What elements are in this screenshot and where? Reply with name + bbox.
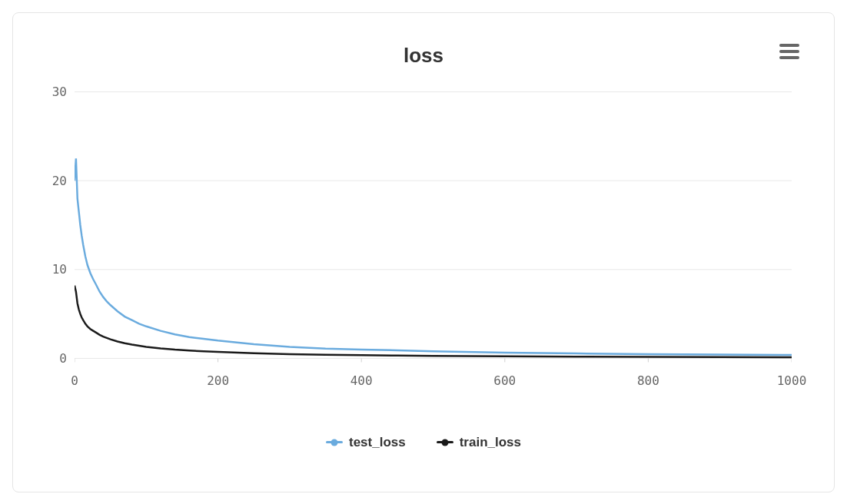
legend-item-test-loss[interactable]: test_loss (326, 435, 406, 450)
y-tick-label: 0 (59, 350, 67, 365)
y-tick-label: 20 (52, 173, 67, 187)
legend: test_loss train_loss (44, 435, 803, 450)
legend-label: train_loss (460, 435, 521, 450)
chart-svg (75, 83, 792, 367)
chart-card: loss 0102030 02004006008001000 test_loss… (12, 12, 835, 492)
y-tick-label: 10 (52, 262, 67, 277)
legend-marker-icon (326, 441, 343, 443)
legend-marker-icon (437, 441, 453, 443)
x-tick-label: 800 (637, 373, 659, 388)
legend-label: test_loss (349, 435, 406, 450)
hamburger-menu-icon[interactable] (779, 44, 799, 59)
x-tick-label: 0 (71, 373, 78, 388)
plot-area[interactable]: 0102030 (75, 83, 792, 367)
legend-item-train-loss[interactable]: train_loss (437, 435, 521, 450)
x-axis-labels: 02004006008001000 (75, 373, 792, 389)
chart-title: loss (44, 44, 803, 68)
y-tick-label: 30 (52, 85, 67, 99)
x-tick-label: 600 (493, 373, 516, 388)
x-tick-label: 1000 (777, 373, 807, 388)
x-tick-label: 400 (350, 373, 373, 388)
x-tick-label: 200 (207, 373, 229, 388)
